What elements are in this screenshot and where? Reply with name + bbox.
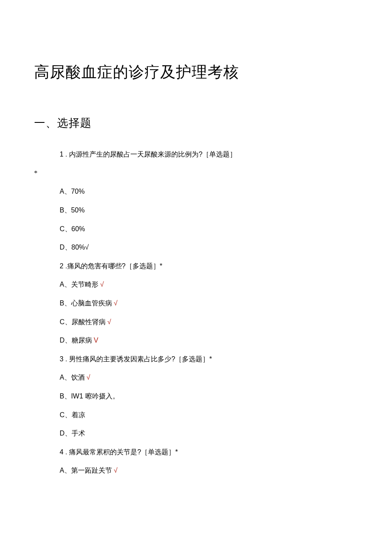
q2-b-text: B、心脑血管疾病 — [60, 299, 112, 307]
check-icon: √ — [98, 281, 104, 288]
check-icon: √ — [112, 299, 118, 307]
question-2: 2 .痛风的危害有哪些?［多选题］* — [60, 261, 358, 272]
q2-c-text: C、尿酸性肾病 — [60, 318, 106, 325]
q3-a-text: A、饮酒 — [60, 374, 85, 381]
document-title: 高尿酸血症的诊疗及护理考核 — [34, 60, 358, 84]
check-icon: √ — [85, 374, 90, 381]
q2-a-text: A、关节畸形 — [60, 281, 98, 288]
q3-option-b: B、IW1 嚓吟摄入。 — [60, 391, 358, 402]
check-icon: √ — [112, 467, 118, 474]
q1-option-d: D、80%√ — [60, 242, 358, 253]
check-icon: V — [92, 337, 98, 344]
q3-option-a: A、饮酒 √ — [60, 372, 358, 383]
q2-option-d: D、糖尿病 V — [60, 335, 358, 346]
q3-option-d: D、手术 — [60, 428, 358, 439]
q4-option-a: A、第一跖趾关节 √ — [60, 465, 358, 476]
question-4: 4 . 痛风最常累积的关节是?［单选题］* — [60, 447, 358, 458]
question-1-asterisk: * — [34, 168, 358, 179]
question-1: 1 . 内源性产生的尿酸占一天尿酸来源的比例为?［单选题］ — [60, 149, 358, 160]
q1-option-b: B、50% — [60, 205, 358, 216]
page: 高尿酸血症的诊疗及护理考核 一、选择题 1 . 内源性产生的尿酸占一天尿酸来源的… — [0, 0, 392, 555]
q2-d-text: D、糖尿病 — [60, 337, 92, 344]
q2-option-a: A、关节畸形 √ — [60, 279, 358, 290]
section-heading: 一、选择题 — [34, 114, 358, 132]
q3-option-c: C、着凉 — [60, 410, 358, 421]
check-icon: √ — [106, 318, 111, 325]
q1-option-a: A、70% — [60, 186, 358, 197]
q2-option-c: C、尿酸性肾病 √ — [60, 317, 358, 328]
q1-option-c: C、60% — [60, 224, 358, 235]
q4-a-text: A、第一跖趾关节 — [60, 467, 112, 474]
q2-option-b: B、心脑血管疾病 √ — [60, 298, 358, 309]
question-3: 3 . 男性痛风的主要诱发因素占比多少?［多选题］* — [60, 354, 358, 365]
